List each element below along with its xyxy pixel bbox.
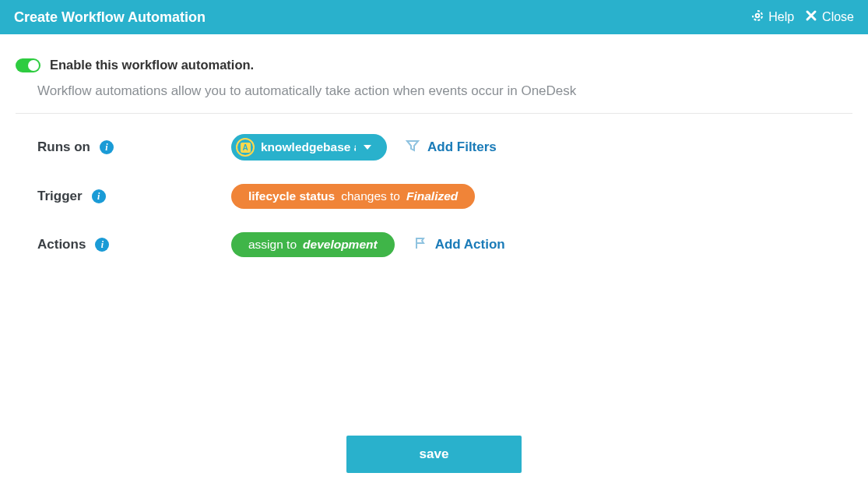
actions-row: Actions i assign to development Add Acti… — [16, 232, 852, 257]
trigger-verb: changes to — [341, 189, 400, 203]
info-icon[interactable]: i — [92, 189, 106, 203]
add-filters-button[interactable]: Add Filters — [406, 139, 497, 157]
trigger-field: lifecycle status — [248, 189, 335, 203]
save-button[interactable]: save — [346, 436, 522, 473]
dialog-title: Create Workflow Automation — [14, 9, 206, 26]
trigger-pill[interactable]: lifecycle status changes to Finalized — [231, 184, 475, 209]
add-action-label: Add Action — [435, 237, 505, 252]
runs-on-label-wrap: Runs on i — [37, 139, 231, 155]
trigger-value-text: Finalized — [406, 189, 458, 203]
flag-icon — [413, 236, 427, 254]
action-value-text: development — [303, 238, 378, 252]
svg-point-0 — [756, 14, 760, 18]
description-text: Workflow automations allow you to automa… — [16, 83, 852, 99]
dialog-header: Create Workflow Automation Help Close — [0, 0, 868, 34]
chevron-down-icon — [364, 145, 371, 150]
runs-on-label: Runs on — [37, 139, 90, 155]
help-icon — [751, 9, 764, 25]
close-label: Close — [822, 10, 854, 24]
enable-row: Enable this workflow automation. — [16, 58, 852, 72]
dialog-footer: save — [0, 436, 868, 473]
trigger-value: lifecycle status changes to Finalized — [231, 184, 475, 209]
close-button[interactable]: Close — [805, 9, 854, 25]
action-pill[interactable]: assign to development — [231, 232, 395, 257]
toggle-knob — [28, 60, 39, 71]
filter-icon — [406, 139, 420, 157]
add-filters-label: Add Filters — [427, 139, 497, 155]
runs-on-selected: knowledgebase a — [261, 140, 356, 154]
trigger-label: Trigger — [37, 189, 83, 204]
enable-toggle[interactable] — [16, 58, 40, 72]
runs-on-value: A knowledgebase a Add Filters — [231, 134, 497, 161]
info-icon[interactable]: i — [100, 140, 114, 154]
runs-on-row: Runs on i A knowledgebase a Add Filters — [16, 134, 852, 161]
divider — [16, 113, 852, 114]
close-icon — [805, 9, 817, 25]
actions-label-wrap: Actions i — [37, 237, 231, 252]
actions-label: Actions — [37, 237, 86, 252]
runs-on-dropdown[interactable]: A knowledgebase a — [231, 134, 387, 161]
help-label: Help — [768, 10, 794, 24]
info-icon[interactable]: i — [95, 238, 109, 252]
trigger-row: Trigger i lifecycle status changes to Fi… — [16, 184, 852, 209]
trigger-label-wrap: Trigger i — [37, 189, 231, 204]
action-verb: assign to — [248, 238, 297, 252]
header-actions: Help Close — [751, 9, 854, 25]
enable-label: Enable this workflow automation. — [50, 58, 254, 72]
add-action-button[interactable]: Add Action — [413, 236, 505, 254]
knowledgebase-icon: A — [236, 138, 255, 157]
help-button[interactable]: Help — [751, 9, 794, 25]
actions-value: assign to development Add Action — [231, 232, 505, 257]
dialog-content: Enable this workflow automation. Workflo… — [0, 34, 868, 257]
